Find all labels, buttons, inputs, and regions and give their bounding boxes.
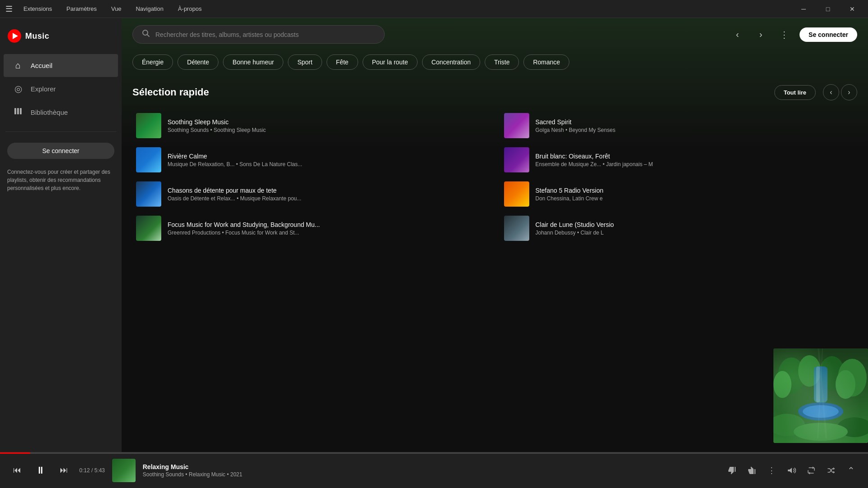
track-item-7[interactable]: Focus Music for Work and Studying, Backg…: [132, 212, 490, 244]
repeat-button[interactable]: [803, 462, 819, 479]
dislike-button[interactable]: [724, 462, 740, 479]
menu-extensions[interactable]: Extensions: [20, 4, 56, 14]
svg-point-10: [819, 356, 845, 390]
track-subtitle-8: Johann Debussy • Clair de L: [536, 230, 854, 236]
track-thumbnail-1: [136, 113, 161, 138]
minimize-button[interactable]: ─: [793, 2, 814, 16]
explore-icon: ◎: [13, 83, 23, 94]
popup-thumbnail[interactable]: [773, 348, 868, 443]
svg-point-18: [773, 414, 805, 436]
sidebar-item-accueil[interactable]: ⌂ Accueil: [4, 54, 118, 77]
track-thumbnail-4: [504, 147, 529, 172]
track-title-7: Focus Music for Work and Studying, Backg…: [168, 221, 486, 228]
menu-parametres[interactable]: Paramètres: [63, 4, 100, 14]
svg-point-11: [838, 359, 867, 397]
section-next-button[interactable]: ›: [841, 84, 857, 100]
volume-button[interactable]: [783, 462, 800, 479]
home-icon: ⌂: [13, 60, 23, 71]
track-item-1[interactable]: Soothing Sleep Music Soothing Sounds • S…: [132, 109, 490, 142]
svg-rect-4: [20, 108, 22, 114]
track-info-1: Soothing Sleep Music Soothing Sounds • S…: [168, 118, 486, 133]
menu-navigation[interactable]: Navigation: [132, 4, 167, 14]
svg-line-6: [147, 35, 150, 37]
section-play-all-button[interactable]: Tout lire: [774, 85, 816, 100]
back-button[interactable]: ‹: [729, 27, 745, 43]
search-bar[interactable]: [132, 25, 385, 44]
hamburger-menu-icon[interactable]: ☰: [5, 4, 13, 14]
sidebar-signin-button[interactable]: Se connecter: [7, 143, 114, 159]
mood-chip-romance[interactable]: Romance: [523, 54, 569, 70]
mood-chips: Énergie Détente Bonne humeur Sport Fête …: [132, 54, 857, 70]
sidebar-item-label-accueil: Accueil: [31, 62, 52, 69]
player-subtitle: Soothing Sounds • Relaxing Music • 2021: [143, 471, 717, 478]
signin-description: Connectez-vous pour créer et partager de…: [0, 163, 122, 198]
player-prev-button[interactable]: ⏮: [9, 462, 25, 479]
menu-vue[interactable]: Vue: [108, 4, 125, 14]
sidebar-item-explorer[interactable]: ◎ Explorer: [4, 77, 118, 100]
svg-point-16: [798, 402, 843, 420]
maximize-button[interactable]: □: [818, 2, 838, 16]
section-prev-button[interactable]: ‹: [823, 84, 839, 100]
svg-point-19: [837, 417, 868, 437]
track-title-1: Soothing Sleep Music: [168, 118, 486, 126]
sidebar: Music ⌂ Accueil ◎ Explorer Bibliothèque …: [0, 18, 122, 452]
track-thumbnail-6: [504, 181, 529, 207]
player-next-button[interactable]: ⏭: [56, 462, 72, 479]
youtube-music-icon: [7, 29, 22, 43]
player-play-pause-button[interactable]: ⏸: [32, 462, 49, 479]
mood-chip-sport[interactable]: Sport: [288, 54, 322, 70]
titlebar: ☰ Extensions Paramètres Vue Navigation À…: [0, 0, 868, 18]
track-subtitle-6: Don Chessina, Latin Crew e: [536, 195, 854, 202]
search-input[interactable]: [155, 31, 375, 38]
forward-button[interactable]: ›: [753, 27, 769, 43]
sidebar-item-bibliotheque[interactable]: Bibliothèque: [4, 100, 118, 124]
scroll-area: Énergie Détente Bonne humeur Sport Fête …: [122, 51, 868, 452]
player-progress-track[interactable]: [0, 452, 868, 454]
track-thumbnail-7: [136, 216, 161, 241]
svg-point-12: [773, 371, 791, 398]
menu-apropos[interactable]: À-propos: [174, 4, 205, 14]
mood-chip-fete[interactable]: Fête: [327, 54, 358, 70]
sidebar-item-label-explorer: Explorer: [31, 85, 56, 93]
track-info-3: Rivière Calme Musique De Relaxation, B..…: [168, 153, 486, 167]
mood-chip-triste[interactable]: Triste: [485, 54, 519, 70]
header-signin-button[interactable]: Se connecter: [800, 27, 857, 42]
track-item-8[interactable]: Clair de Lune (Studio Versio Johann Debu…: [500, 212, 858, 244]
app-title: Music: [25, 32, 50, 41]
section-title: Sélection rapide: [132, 86, 774, 98]
mood-chip-pour-la-route[interactable]: Pour la route: [363, 54, 418, 70]
track-title-4: Bruit blanc: Oiseaux, Forêt: [536, 153, 854, 160]
track-thumbnail-8: [504, 216, 529, 241]
window-controls: ─ □ ✕: [793, 2, 863, 16]
player-more-button[interactable]: ⋮: [763, 462, 780, 479]
svg-point-8: [778, 357, 805, 393]
player-thumbnail: [112, 459, 136, 482]
track-item-5[interactable]: Chasons de détente pour maux de tete Oas…: [132, 178, 490, 210]
close-button[interactable]: ✕: [842, 2, 863, 16]
track-item-6[interactable]: Stefano 5 Radio Version Don Chessina, La…: [500, 178, 858, 210]
track-info-6: Stefano 5 Radio Version Don Chessina, La…: [536, 187, 854, 202]
svg-rect-15: [816, 366, 820, 402]
track-item-3[interactable]: Rivière Calme Musique De Relaxation, B..…: [132, 144, 490, 176]
svg-rect-3: [17, 108, 19, 114]
track-thumbnail-2: [504, 113, 529, 138]
expand-button[interactable]: ⌃: [843, 462, 859, 479]
mood-chip-bonne-humeur[interactable]: Bonne humeur: [223, 54, 283, 70]
popup-thumb-image: [773, 348, 868, 443]
player-time-total: 5:43: [94, 467, 105, 474]
like-button[interactable]: [744, 462, 760, 479]
track-item-4[interactable]: Bruit blanc: Oiseaux, Forêt Ensemble de …: [500, 144, 858, 176]
mood-chip-detente[interactable]: Détente: [177, 54, 218, 70]
track-item-2[interactable]: Sacred Spirit Golga Nesh • Beyond My Sen…: [500, 109, 858, 142]
header: ‹ › ⋮ Se connecter: [122, 18, 868, 51]
mood-chip-concentration[interactable]: Concentration: [422, 54, 480, 70]
shuffle-button[interactable]: [823, 462, 839, 479]
header-more-button[interactable]: ⋮: [776, 27, 792, 43]
mood-chip-energie[interactable]: Énergie: [132, 54, 173, 70]
player-time: 0:12 / 5:43: [79, 467, 105, 474]
svg-point-17: [803, 405, 839, 418]
svg-rect-21: [818, 348, 827, 438]
player-title: Relaxing Music: [143, 463, 717, 470]
sidebar-logo[interactable]: Music: [0, 25, 122, 54]
track-title-6: Stefano 5 Radio Version: [536, 187, 854, 194]
